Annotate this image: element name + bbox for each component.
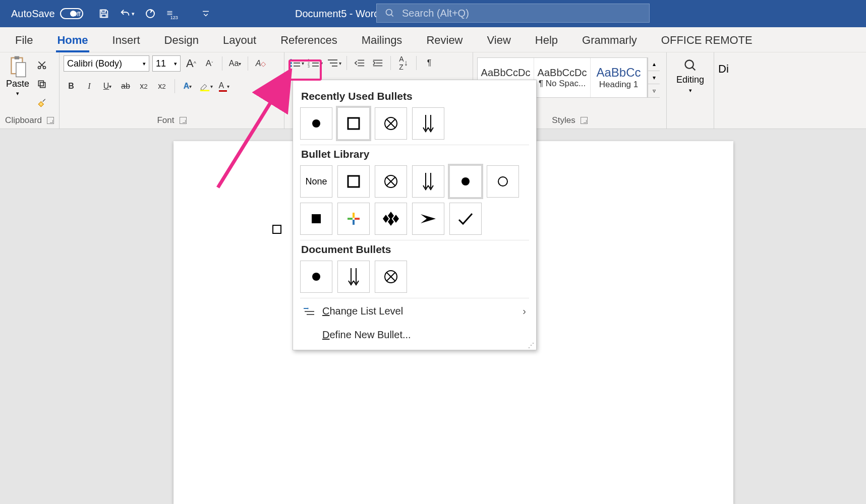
- tab-insert[interactable]: Insert: [100, 29, 152, 52]
- style-heading1[interactable]: AaBbCcHeading 1: [591, 58, 647, 97]
- bullet-doc-circlex[interactable]: [375, 261, 407, 293]
- chevron-down-icon: ▾: [689, 87, 692, 94]
- svg-rect-44: [348, 118, 359, 129]
- svg-rect-60: [353, 220, 355, 225]
- strikethrough-button[interactable]: ab: [118, 79, 133, 94]
- customize-qat-icon[interactable]: [198, 6, 213, 21]
- bullet-lib-doublearrow[interactable]: [412, 165, 444, 198]
- svg-marker-66: [393, 215, 399, 223]
- clear-formatting-button[interactable]: A◇: [253, 56, 268, 71]
- list-level-icon: [303, 306, 315, 317]
- paste-button[interactable]: Paste ▾: [4, 55, 31, 111]
- text-effects-button[interactable]: A▾: [180, 79, 195, 94]
- bullet-recent-square[interactable]: [337, 107, 370, 140]
- bold-button[interactable]: B: [64, 79, 79, 94]
- resize-grip-icon[interactable]: ⋰: [528, 342, 534, 349]
- svg-rect-0: [101, 10, 105, 13]
- bullet-lib-circle[interactable]: [487, 165, 519, 198]
- annotation-highlight: [288, 59, 322, 81]
- multilevel-list-button[interactable]: ▾: [326, 55, 341, 71]
- tab-mailings[interactable]: Mailings: [350, 29, 415, 52]
- svg-point-57: [498, 177, 507, 186]
- tab-layout[interactable]: Layout: [211, 29, 268, 52]
- outdent-icon: [354, 58, 365, 68]
- gallery-scroll[interactable]: ▴▾▿: [648, 57, 660, 98]
- overflow[interactable]: Di: [714, 52, 734, 129]
- svg-rect-50: [348, 176, 359, 187]
- font-size-combo[interactable]: 11▾: [152, 55, 181, 72]
- font-name-combo[interactable]: Calibri (Body)▾: [64, 55, 149, 72]
- bullets-dropdown: Recently Used Bullets Bullet Library Non…: [293, 80, 537, 350]
- title-bar: AutoSave Off ▾ 123 Document5 - Word Sear…: [0, 0, 866, 27]
- bullet-recent-circlex[interactable]: [375, 107, 407, 140]
- svg-rect-19: [200, 90, 209, 91]
- change-case-button[interactable]: Aa▾: [227, 56, 243, 71]
- bullet-lib-circlex[interactable]: [375, 165, 407, 198]
- highlight-button[interactable]: ▾: [198, 79, 213, 94]
- superscript-button[interactable]: x2: [154, 79, 169, 94]
- tab-grammarly[interactable]: Grammarly: [570, 29, 649, 52]
- sort-button[interactable]: AZ↓: [396, 55, 411, 71]
- bullet-lib-check[interactable]: [449, 203, 482, 235]
- clipboard-launcher[interactable]: [47, 117, 54, 124]
- editing-button[interactable]: Editing ▾: [671, 55, 710, 94]
- indent-icon: [372, 58, 383, 68]
- save-icon[interactable]: [96, 6, 111, 21]
- tab-design[interactable]: Design: [152, 29, 211, 52]
- clipboard-icon: [8, 55, 28, 78]
- subscript-button[interactable]: x2: [136, 79, 151, 94]
- autosave-toggle[interactable]: AutoSave Off: [11, 8, 83, 20]
- tab-review[interactable]: Review: [414, 29, 475, 52]
- bullet-none[interactable]: None: [300, 165, 332, 198]
- bullet-lib-square-outline[interactable]: [337, 165, 370, 198]
- svg-rect-61: [348, 218, 353, 220]
- define-new-bullet[interactable]: Define New Bullet...: [300, 323, 529, 347]
- shrink-font-button[interactable]: Aˇ: [202, 56, 217, 71]
- undo-icon[interactable]: ▾: [120, 6, 135, 21]
- toggle-switch[interactable]: Off: [60, 8, 83, 19]
- tab-references[interactable]: References: [268, 29, 350, 52]
- bullet-recent-doublearrow[interactable]: [412, 107, 444, 140]
- change-list-level[interactable]: Change List Level ›: [300, 299, 529, 323]
- bullet-doc-disc[interactable]: [300, 261, 332, 293]
- repeat-icon[interactable]: [143, 6, 158, 21]
- svg-point-2: [146, 10, 154, 18]
- chevron-down-icon: ▾: [16, 90, 19, 97]
- bullet-lib-arrowhead[interactable]: [412, 203, 444, 235]
- style-no-spacing[interactable]: AaBbCcDc¶ No Spac...: [534, 58, 591, 97]
- tab-office-remote[interactable]: OFFICE REMOTE: [649, 29, 765, 52]
- tab-home[interactable]: Home: [45, 29, 100, 52]
- font-color-button[interactable]: A▾: [216, 79, 232, 94]
- grow-font-button[interactable]: A^: [184, 56, 199, 71]
- bullet-lib-4color[interactable]: [337, 203, 370, 235]
- svg-line-42: [692, 68, 695, 71]
- search-box[interactable]: Search (Alt+Q): [376, 4, 650, 23]
- tab-view[interactable]: View: [475, 29, 523, 52]
- ribbon-tabs: File Home Insert Design Layout Reference…: [0, 27, 866, 52]
- cut-button[interactable]: [34, 57, 49, 73]
- svg-rect-59: [353, 213, 355, 218]
- bullet-lib-disc[interactable]: [449, 165, 482, 198]
- tab-help[interactable]: Help: [523, 29, 570, 52]
- bullet-recent-disc[interactable]: [300, 107, 332, 140]
- increase-indent-button[interactable]: [370, 55, 385, 71]
- copy-button[interactable]: [34, 77, 49, 92]
- line-spacing-icon[interactable]: 123: [166, 6, 181, 21]
- decrease-indent-button[interactable]: [352, 55, 367, 71]
- bullet-lib-4diamond[interactable]: [375, 203, 407, 235]
- search-placeholder: Search (Alt+Q): [402, 8, 469, 19]
- underline-button[interactable]: U▾: [100, 79, 115, 94]
- format-painter-button[interactable]: [34, 96, 49, 111]
- styles-launcher[interactable]: [581, 117, 588, 124]
- show-marks-button[interactable]: ¶: [422, 55, 437, 71]
- multilevel-icon: [326, 58, 339, 68]
- svg-point-43: [312, 119, 320, 128]
- svg-point-41: [685, 60, 693, 69]
- svg-point-7: [386, 10, 392, 16]
- svg-marker-65: [383, 215, 389, 223]
- tab-file[interactable]: File: [3, 29, 45, 52]
- font-launcher[interactable]: [180, 117, 187, 124]
- bullet-lib-square-filled[interactable]: [300, 203, 332, 235]
- italic-button[interactable]: I: [82, 79, 97, 94]
- bullet-doc-doublearrow[interactable]: [337, 261, 370, 293]
